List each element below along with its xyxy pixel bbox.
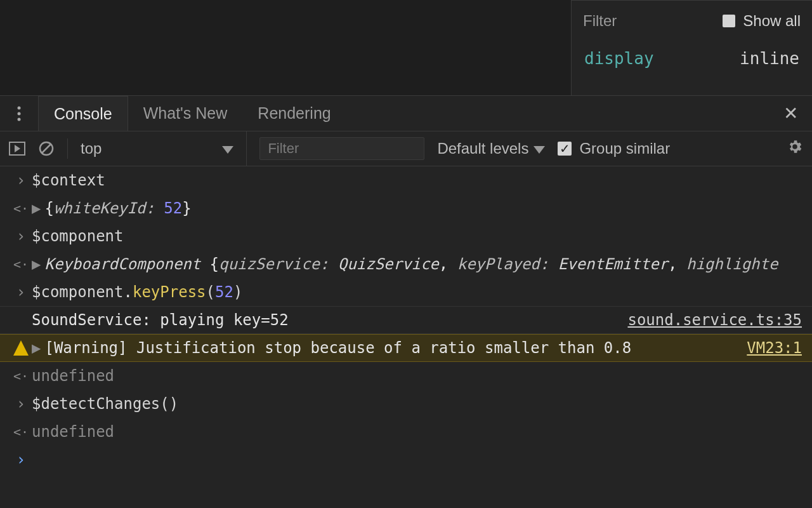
drawer-tab-bar: Console What's New Rendering ✕ bbox=[0, 95, 812, 131]
close-icon[interactable]: ✕ bbox=[769, 103, 812, 124]
disclosure-icon[interactable]: ▶ bbox=[32, 339, 41, 357]
console-message: $detectChanges() bbox=[32, 395, 802, 413]
console-message: $component.keyPress(52) bbox=[32, 283, 802, 301]
console-message: ▶[Warning] Justification stop because of… bbox=[32, 339, 738, 357]
log-levels-dropdown[interactable]: Default levels bbox=[437, 140, 545, 157]
input-marker-icon: › bbox=[10, 395, 32, 413]
console-message: $component bbox=[32, 227, 802, 245]
tab-whats-new[interactable]: What's New bbox=[128, 96, 243, 131]
levels-label: Default levels bbox=[437, 140, 528, 157]
svg-marker-4 bbox=[15, 145, 20, 152]
tab-rendering[interactable]: Rendering bbox=[242, 96, 346, 131]
svg-line-6 bbox=[42, 144, 51, 153]
show-all-checkbox[interactable] bbox=[723, 15, 735, 27]
source-link[interactable]: VM23:1 bbox=[747, 339, 802, 357]
disclosure-icon[interactable]: ▶ bbox=[32, 255, 41, 273]
style-prop-name[interactable]: display bbox=[584, 49, 654, 68]
context-select[interactable]: top bbox=[81, 131, 247, 166]
show-all-toggle[interactable]: Show all bbox=[723, 12, 801, 30]
svg-point-0 bbox=[18, 106, 21, 109]
console-row[interactable]: SoundService: playing key=52sound.servic… bbox=[0, 306, 812, 334]
style-prop-value[interactable]: inline bbox=[740, 49, 799, 68]
console-message: ▶{whiteKeyId: 52} bbox=[32, 199, 802, 217]
input-marker-icon: › bbox=[10, 283, 32, 301]
console-filter-input[interactable] bbox=[259, 137, 424, 160]
console-message: SoundService: playing key=52 bbox=[32, 311, 619, 329]
svg-point-1 bbox=[18, 112, 21, 115]
source-link[interactable]: sound.service.ts:35 bbox=[627, 311, 802, 329]
prompt-marker-icon: › bbox=[10, 451, 32, 469]
result-marker-icon: <· bbox=[10, 257, 32, 272]
divider bbox=[67, 138, 68, 159]
console-row[interactable]: ›$component bbox=[0, 222, 812, 250]
console-message: undefined bbox=[32, 367, 802, 385]
input-marker-icon: › bbox=[10, 171, 32, 189]
styles-pane: Filter Show all display inline bbox=[571, 0, 812, 95]
group-similar-label: Group similar bbox=[579, 140, 670, 157]
console-body[interactable]: ›$context<·▶{whiteKeyId: 52}›$component<… bbox=[0, 166, 812, 474]
result-marker-icon: <· bbox=[10, 368, 32, 384]
group-similar-toggle[interactable]: ✓ Group similar bbox=[558, 140, 670, 157]
context-label: top bbox=[81, 140, 102, 157]
svg-point-2 bbox=[18, 117, 21, 121]
console-row[interactable]: <·▶{whiteKeyId: 52} bbox=[0, 194, 812, 222]
tab-console[interactable]: Console bbox=[38, 96, 128, 131]
clear-console-icon[interactable] bbox=[38, 140, 55, 157]
console-message: ▶KeyboardComponent {quizService: QuizSer… bbox=[32, 255, 802, 273]
viewport-area bbox=[0, 0, 571, 95]
console-row[interactable]: ›$context bbox=[0, 166, 812, 194]
console-row[interactable]: ›$detectChanges() bbox=[0, 390, 812, 418]
chevron-down-icon bbox=[534, 140, 545, 157]
result-marker-icon: <· bbox=[10, 424, 32, 439]
console-row[interactable]: <·undefined bbox=[0, 418, 812, 446]
show-all-label: Show all bbox=[743, 12, 801, 30]
disclosure-icon[interactable]: ▶ bbox=[32, 199, 41, 217]
console-row[interactable]: ▶[Warning] Justification stop because of… bbox=[0, 334, 812, 362]
toggle-sidebar-icon[interactable] bbox=[9, 142, 25, 156]
console-row[interactable]: <·▶KeyboardComponent {quizService: QuizS… bbox=[0, 250, 812, 278]
result-marker-icon: <· bbox=[10, 201, 32, 216]
input-marker-icon: › bbox=[10, 227, 32, 245]
console-row[interactable]: <·undefined bbox=[0, 362, 812, 390]
console-row[interactable]: › bbox=[0, 446, 812, 474]
gear-icon[interactable] bbox=[787, 138, 803, 159]
console-message: $context bbox=[32, 171, 802, 189]
console-row[interactable]: ›$component.keyPress(52) bbox=[0, 278, 812, 306]
styles-filter-label[interactable]: Filter bbox=[583, 12, 617, 30]
console-message: undefined bbox=[32, 423, 802, 441]
warning-icon bbox=[10, 340, 32, 356]
kebab-menu-icon[interactable] bbox=[0, 106, 38, 121]
console-toolbar: top Default levels ✓ Group similar bbox=[0, 131, 812, 166]
checkbox-checked-icon: ✓ bbox=[558, 142, 572, 156]
chevron-down-icon bbox=[222, 140, 233, 157]
